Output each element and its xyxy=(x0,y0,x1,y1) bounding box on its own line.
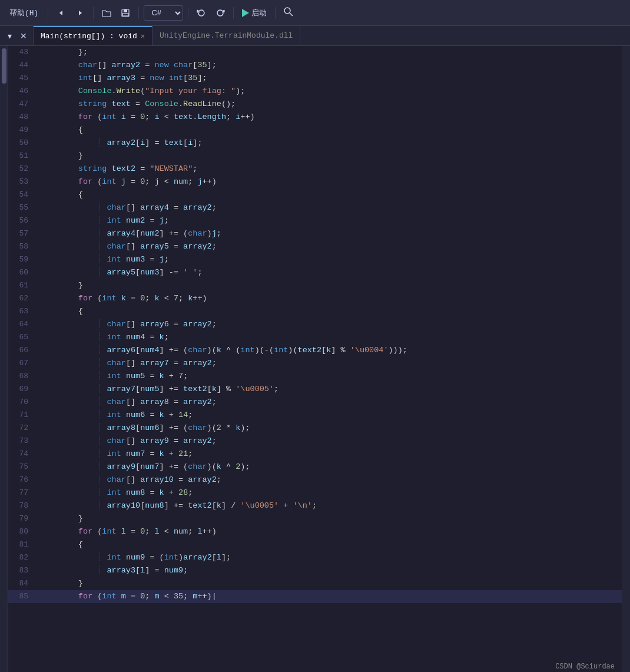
tab-unity[interactable]: UnityEngine.TerrainModule.dll xyxy=(152,26,300,45)
play-label: 启动 xyxy=(251,8,267,18)
line-number: 78 xyxy=(8,499,38,512)
main-area: 43 }; 44 char[] array2 = new char[35]; 4… xyxy=(0,46,630,672)
play-button[interactable]: 启动 xyxy=(238,5,270,21)
svg-rect-1 xyxy=(124,9,127,12)
play-icon xyxy=(242,9,249,17)
tab-close-all-button[interactable]: ✕ xyxy=(18,30,29,42)
undo-button[interactable] xyxy=(193,5,210,21)
line-number: 43 xyxy=(8,46,38,59)
back-icon xyxy=(57,8,66,18)
line-code: { xyxy=(38,188,622,201)
line-code: ┊ char[] array6 = array2; xyxy=(38,318,622,331)
table-row: 58 ┊ char[] array5 = array2; xyxy=(8,240,622,253)
line-code: ┊ char[] array9 = array2; xyxy=(38,435,622,448)
line-number: 44 xyxy=(8,59,38,72)
line-number: 50 xyxy=(8,137,38,150)
line-number: 59 xyxy=(8,253,38,266)
line-code: ┊ char[] array4 = array2; xyxy=(38,201,622,214)
line-code: ┊ array8[num6] += (char)(2 * k); xyxy=(38,422,622,435)
svg-line-4 xyxy=(290,13,293,16)
line-code: for (int j = 0; j < num; j++) xyxy=(38,176,622,188)
line-code: string text = Console.ReadLine(); xyxy=(38,98,622,111)
line-number: 51 xyxy=(8,150,38,163)
table-row: 77 ┊ int num8 = k + 28; xyxy=(8,486,622,499)
code-container: 43 }; 44 char[] array2 = new char[35]; 4… xyxy=(8,46,622,603)
language-select[interactable]: C# xyxy=(144,5,183,21)
table-row: 72 ┊ array8[num6] += (char)(2 * k); xyxy=(8,422,622,435)
menu-help[interactable]: 帮助(H) xyxy=(5,5,43,21)
line-code: for (int l = 0; l < num; l++) xyxy=(38,525,622,538)
table-row: 53 for (int j = 0; j < num; j++) xyxy=(8,176,622,188)
scrollbar[interactable] xyxy=(0,46,8,672)
table-row: 59 ┊ int num3 = j; xyxy=(8,253,622,266)
line-number: 60 xyxy=(8,266,38,279)
line-code: ┊ array4[num2] += (char)j; xyxy=(38,227,622,240)
tab-dropdown-button[interactable]: ▾ xyxy=(4,30,15,42)
line-code: { xyxy=(38,305,622,318)
line-code: int[] array3 = new int[35]; xyxy=(38,72,622,85)
tab-bar: ▾ ✕ Main(string[]) : void ✕ UnityEngine.… xyxy=(0,26,630,46)
svg-rect-2 xyxy=(122,14,128,16)
minimap xyxy=(622,46,630,672)
line-code: ┊ array10[num8] += text2[k] / '\u0005' +… xyxy=(38,499,622,512)
line-code: ┊ int num6 = k + 14; xyxy=(38,409,622,422)
svg-point-3 xyxy=(284,8,290,14)
table-row: 78 ┊ array10[num8] += text2[k] / '\u0005… xyxy=(8,499,622,512)
table-row: 49 { xyxy=(8,124,622,137)
line-code: for (int k = 0; k < 7; k++) xyxy=(38,292,622,305)
table-row: 82 ┊ int num9 = (int)array2[l]; xyxy=(8,551,622,564)
table-row: 66 ┊ array6[num4] += (char)(k ^ (int)(-(… xyxy=(8,344,622,357)
save-button[interactable] xyxy=(117,5,134,21)
line-code: Console.Write("Input your flag: "); xyxy=(38,85,622,98)
line-number: 58 xyxy=(8,240,38,253)
line-number: 73 xyxy=(8,435,38,448)
redo-icon xyxy=(215,8,225,18)
table-row: 84 } xyxy=(8,577,622,590)
line-code: ┊ int num7 = k + 21; xyxy=(38,448,622,461)
tab-main[interactable]: Main(string[]) : void ✕ xyxy=(34,26,152,45)
line-code: ┊ char[] array7 = array2; xyxy=(38,357,622,370)
back-button[interactable] xyxy=(53,5,69,21)
separator-5 xyxy=(233,7,234,19)
table-row: 55 ┊ char[] array4 = array2; xyxy=(8,201,622,214)
code-editor[interactable]: 43 }; 44 char[] array2 = new char[35]; 4… xyxy=(8,46,622,672)
line-code: }; xyxy=(38,46,622,59)
line-number: 46 xyxy=(8,85,38,98)
line-code: ┊ int num4 = k; xyxy=(38,331,622,344)
line-code: ┊ array6[num4] += (char)(k ^ (int)(-(int… xyxy=(38,344,622,357)
status-bar: CSDN @Sciurdae xyxy=(548,661,622,672)
table-row: 62 for (int k = 0; k < 7; k++) xyxy=(8,292,622,305)
table-row: 65 ┊ int num4 = k; xyxy=(8,331,622,344)
separator-1 xyxy=(48,7,48,19)
table-row: 54 { xyxy=(8,188,622,201)
separator-3 xyxy=(138,7,139,19)
forward-button[interactable] xyxy=(72,5,88,21)
tab-main-label: Main(string[]) : void xyxy=(41,32,137,41)
table-row: 51 } xyxy=(8,150,622,163)
tab-main-close[interactable]: ✕ xyxy=(141,32,145,41)
line-code: { xyxy=(38,538,622,551)
table-row: 68 ┊ int num5 = k + 7; xyxy=(8,370,622,383)
line-number: 72 xyxy=(8,422,38,435)
redo-button[interactable] xyxy=(212,5,228,21)
line-code: ┊ char[] array10 = array2; xyxy=(38,474,622,486)
open-folder-icon xyxy=(102,8,111,18)
open-button[interactable] xyxy=(98,5,115,21)
line-number: 49 xyxy=(8,124,38,137)
line-code: ┊ int num9 = (int)array2[l]; xyxy=(38,551,622,564)
tab-unity-label: UnityEngine.TerrainModule.dll xyxy=(160,31,293,40)
table-row: 46 Console.Write("Input your flag: "); xyxy=(8,85,622,98)
line-number: 66 xyxy=(8,344,38,357)
line-code: } xyxy=(38,577,622,590)
table-row: 44 char[] array2 = new char[35]; xyxy=(8,59,622,72)
line-code: } xyxy=(38,150,622,163)
line-number: 80 xyxy=(8,525,38,538)
line-number: 56 xyxy=(8,214,38,227)
separator-6 xyxy=(275,7,276,19)
scroll-thumb[interactable] xyxy=(2,48,6,84)
line-code: } xyxy=(38,512,622,525)
line-number: 68 xyxy=(8,370,38,383)
search-button[interactable] xyxy=(280,5,297,21)
table-row: 71 ┊ int num6 = k + 14; xyxy=(8,409,622,422)
line-number: 47 xyxy=(8,98,38,111)
